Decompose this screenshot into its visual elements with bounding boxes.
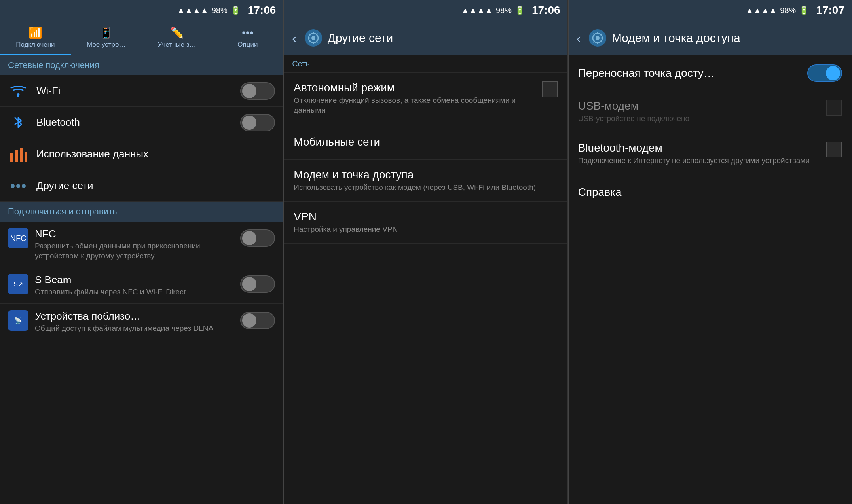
wifi-toggle[interactable] [240,82,275,100]
nfc-item[interactable]: NFC NFC Разрешить обмен данными при прик… [0,222,283,267]
vpn-item[interactable]: VPN Настройка и управление VPN [284,202,567,244]
signal-icon-1: ▲▲▲▲ [177,6,208,15]
vpn-text: VPN Настройка и управление VPN [294,210,558,235]
vpn-title: VPN [294,210,558,223]
portable-hotspot-toggle[interactable] [807,64,842,82]
sbeam-toggle-knob [242,277,256,291]
tab-options-label: Опции [237,41,258,49]
bluetooth-text: Bluetooth [36,116,240,129]
back-button-3[interactable]: ‹ [577,30,581,46]
status-icons-2: ▲▲▲▲ 98% 🔋 [461,6,525,15]
other-networks-title: Другие сети [36,180,275,192]
status-bar-2: ▲▲▲▲ 98% 🔋 17:06 [284,0,567,21]
battery-text-2: 98% [496,6,512,15]
wifi-icon [8,81,28,101]
bt-modem-subtitle: Подключение к Интернету не используется … [578,156,826,166]
status-icons-1: ▲▲▲▲ 98% 🔋 [177,6,240,15]
bt-modem-item[interactable]: Bluetooth-модем Подключение к Интернету … [569,133,852,175]
sbeam-title: S Beam [35,274,240,286]
modem-hotspot-item[interactable]: Модем и точка доступа Использовать устро… [284,160,567,202]
sbeam-toggle[interactable] [240,275,275,293]
svg-rect-2 [15,150,18,162]
status-bar-3: ▲▲▲▲ 98% 🔋 17:07 [569,0,852,21]
page-header-icon-3 [589,29,606,47]
help-item[interactable]: Справка [569,174,852,210]
svg-point-19 [596,36,600,40]
battery-icon-1: 🔋 [231,6,241,15]
bluetooth-item[interactable]: Bluetooth [0,107,283,138]
other-networks-text: Другие сети [36,180,275,192]
autonomous-mode-item[interactable]: Автономный режим Отключение функций вызо… [284,73,567,124]
modem-hotspot-text: Модем и точка доступа Использовать устро… [294,169,558,193]
tab-connections-label: Подключени [16,41,55,49]
svg-point-7 [22,184,26,188]
status-icons-3: ▲▲▲▲ 98% 🔋 [746,6,809,15]
page-title-3: Модем и точка доступа [612,31,740,45]
section-connect-header: Подключиться и отправить [0,202,283,222]
panel-network-settings: ▲▲▲▲ 98% 🔋 17:06 📶 Подключени 📱 Мое устр… [0,0,283,504]
bluetooth-icon [8,112,28,133]
vpn-subtitle: Настройка и управление VPN [294,225,558,235]
data-usage-title: Использование данных [36,148,275,160]
usb-modem-subtitle: USB-устройство не подключено [578,114,826,124]
tab-accounts-label: Учетные з… [158,41,196,49]
devices-nearby-toggle[interactable] [240,312,275,329]
tab-connections[interactable]: 📶 Подключени [0,21,71,55]
autonomous-mode-title: Автономный режим [294,81,542,94]
wifi-text: Wi-Fi [36,85,240,97]
tab-options[interactable]: ••• Опции [212,21,283,55]
data-usage-item[interactable]: Использование данных [0,138,283,170]
tab-accounts[interactable]: ✏️ Учетные з… [142,21,213,55]
usb-modem-checkbox[interactable] [826,100,842,116]
signal-icon-3: ▲▲▲▲ [746,6,777,15]
nfc-subtitle: Разрешить обмен данными при прикосновени… [35,241,240,261]
signal-icon-2: ▲▲▲▲ [461,6,493,15]
panel-modem-hotspot: ▲▲▲▲ 98% 🔋 17:07 ‹ Модем и точка доступа [569,0,852,504]
bt-modem-checkbox[interactable] [826,142,842,157]
autonomous-mode-checkbox[interactable] [542,81,558,97]
mobile-networks-title: Мобильные сети [294,136,558,148]
tab-accounts-icon: ✏️ [170,26,184,39]
svg-rect-1 [10,153,13,162]
bluetooth-toggle[interactable] [240,114,275,131]
usb-modem-item[interactable]: USB-модем USB-устройство не подключено [569,91,852,133]
wifi-item[interactable]: Wi-Fi [0,75,283,107]
sbeam-item[interactable]: S↗ S Beam Отправить файлы через NFC и Wi… [0,267,283,304]
devices-nearby-text: Устройства поблизо… Общий доступ к файла… [35,310,240,333]
svg-point-5 [11,184,15,188]
top-tabs: 📶 Подключени 📱 Мое устро… ✏️ Учетные з… … [0,21,283,55]
svg-point-0 [17,95,19,97]
page-header-3: ‹ Модем и точка доступа [569,21,852,55]
tab-mydevice-label: Мое устро… [87,41,126,49]
portable-hotspot-toggle-knob [826,66,840,80]
devices-nearby-item[interactable]: 📡 Устройства поблизо… Общий доступ к фай… [0,304,283,340]
portable-hotspot-title: Переносная точка досту… [578,67,807,80]
page-header-icon-2 [305,29,322,47]
tab-my-device[interactable]: 📱 Мое устро… [71,21,142,55]
svg-point-6 [16,184,20,188]
mobile-networks-text: Мобильные сети [294,136,558,148]
devices-nearby-title: Устройства поблизо… [35,310,240,322]
time-1: 17:06 [248,4,276,17]
svg-rect-3 [20,148,23,162]
nfc-text: NFC Разрешить обмен данными при прикосно… [35,228,240,261]
autonomous-mode-subtitle: Отключение функций вызовов, а также обме… [294,96,542,115]
wifi-title: Wi-Fi [36,85,240,97]
nfc-toggle[interactable] [240,229,275,247]
battery-text-1: 98% [212,6,228,15]
help-text: Справка [578,186,842,199]
bluetooth-title: Bluetooth [36,116,240,129]
sbeam-text: S Beam Отправить файлы через NFC и Wi-Fi… [35,274,240,297]
tab-connections-icon: 📶 [28,26,42,39]
page-title-2: Другие сети [328,31,393,45]
tab-mydevice-icon: 📱 [99,26,113,39]
back-button-2[interactable]: ‹ [292,30,296,46]
battery-icon-2: 🔋 [515,6,525,15]
mobile-networks-item[interactable]: Мобильные сети [284,124,567,160]
modem-hotspot-title: Модем и точка доступа [294,169,558,181]
portable-hotspot-text: Переносная точка досту… [578,67,807,80]
time-3: 17:07 [816,4,844,17]
other-networks-item[interactable]: Другие сети [0,170,283,202]
portable-hotspot-item[interactable]: Переносная точка досту… [569,55,852,91]
autonomous-mode-text: Автономный режим Отключение функций вызо… [294,81,542,115]
